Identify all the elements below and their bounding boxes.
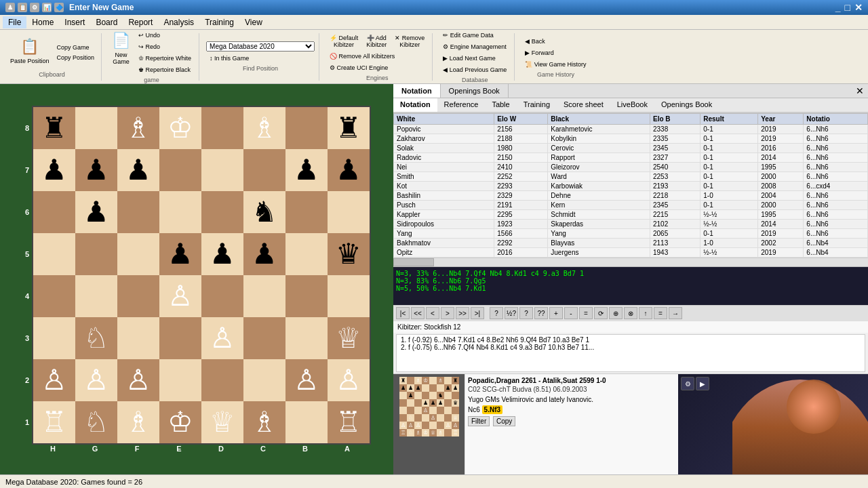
menu-board[interactable]: Board bbox=[90, 16, 123, 28]
square-b7[interactable]: ♟ bbox=[285, 149, 328, 191]
square-g7[interactable]: ♟ bbox=[75, 149, 117, 191]
inner-tab-reference[interactable]: Reference bbox=[437, 98, 486, 112]
game-row[interactable]: Kot2293Karbowiak21930-120086...cxd4 bbox=[394, 182, 868, 191]
menu-home[interactable]: Home bbox=[26, 16, 59, 28]
square-h7[interactable]: ♟ bbox=[33, 149, 75, 191]
square-f4[interactable] bbox=[117, 275, 159, 317]
edit-game-data-button[interactable]: ✏ Edit Game Data bbox=[439, 30, 510, 41]
ctrl-q3[interactable]: ? bbox=[519, 307, 533, 319]
ctrl-q4[interactable]: ?? bbox=[534, 307, 548, 319]
ctrl-end[interactable]: >| bbox=[471, 307, 484, 319]
square-c1[interactable]: ♗ bbox=[243, 401, 285, 443]
inner-tab-scoresheet[interactable]: Score sheet bbox=[557, 98, 610, 112]
menu-analysis[interactable]: Analysis bbox=[158, 16, 199, 28]
ctrl-plus2[interactable]: ⊕ bbox=[609, 307, 623, 319]
ctrl-next-all[interactable]: >> bbox=[456, 307, 469, 319]
square-g1[interactable]: ♘ bbox=[75, 401, 117, 443]
game-row[interactable]: Zakharov2188Kobylkin23350-120196...Nh6 bbox=[394, 134, 868, 144]
panel-close-button[interactable]: ✕ bbox=[852, 84, 868, 98]
back-button[interactable]: ◀ Back bbox=[521, 36, 589, 47]
square-g6[interactable]: ♟ bbox=[75, 191, 117, 233]
square-e1[interactable]: ♔ bbox=[159, 401, 201, 443]
square-f5[interactable] bbox=[117, 233, 159, 275]
square-d7[interactable] bbox=[201, 149, 243, 191]
ctrl-plus[interactable]: + bbox=[549, 307, 563, 319]
square-b1[interactable] bbox=[285, 401, 328, 443]
square-e7[interactable] bbox=[159, 149, 201, 191]
database-select[interactable]: Mega Database 2020 bbox=[206, 41, 315, 52]
square-c6[interactable]: ♞ bbox=[243, 191, 285, 233]
square-b3[interactable] bbox=[285, 317, 328, 359]
load-previous-game-button[interactable]: ◀ Load Previous Game bbox=[439, 64, 510, 75]
square-b2[interactable]: ♙ bbox=[285, 359, 328, 401]
game-row[interactable]: Popovic2156Karahmetovic23380-120196...Nh… bbox=[394, 125, 868, 134]
square-b8[interactable] bbox=[285, 107, 328, 149]
square-e3[interactable] bbox=[159, 317, 201, 359]
square-a4[interactable] bbox=[328, 275, 370, 317]
square-h6[interactable] bbox=[33, 191, 75, 233]
square-g4[interactable] bbox=[75, 275, 117, 317]
game-row[interactable]: Yang1566Yang20650-120196...Nh6 bbox=[394, 229, 868, 239]
ctrl-next[interactable]: > bbox=[441, 307, 454, 319]
remove-all-kibitzers-button[interactable]: 🚫 Remove All Kibitzers bbox=[326, 51, 428, 62]
square-a3[interactable]: ♕ bbox=[328, 317, 370, 359]
menu-file[interactable]: File bbox=[3, 16, 26, 28]
square-g8[interactable] bbox=[75, 107, 117, 149]
square-a5[interactable]: ♛ bbox=[328, 233, 370, 275]
engine-management-button[interactable]: ⚙ Engine Management bbox=[439, 41, 510, 52]
square-c5[interactable]: ♟ bbox=[243, 233, 285, 275]
square-d5[interactable]: ♟ bbox=[201, 233, 243, 275]
game-row[interactable]: Bakhmatov2292Blayvas21131-020026...Nb4 bbox=[394, 239, 868, 248]
ctrl-minus[interactable]: - bbox=[564, 307, 578, 319]
inner-tab-notation[interactable]: Notation bbox=[393, 98, 437, 112]
square-h3[interactable] bbox=[33, 317, 75, 359]
default-kibitzer-button[interactable]: ⚡ DefaultKibitzer bbox=[326, 33, 361, 50]
ctrl-prev[interactable]: < bbox=[426, 307, 439, 319]
ctrl-start[interactable]: |< bbox=[396, 307, 410, 319]
menu-training[interactable]: Training bbox=[199, 16, 239, 28]
square-e2[interactable] bbox=[159, 359, 201, 401]
redo-button[interactable]: ↪ Redo bbox=[135, 41, 195, 52]
repertoire-white-button[interactable]: ♔ Repertoire White bbox=[135, 53, 195, 64]
square-d3[interactable]: ♙ bbox=[201, 317, 243, 359]
game-row[interactable]: Solak1980Cerovic23450-120166...Nh6 bbox=[394, 144, 868, 153]
square-d8[interactable] bbox=[201, 107, 243, 149]
square-h5[interactable] bbox=[33, 233, 75, 275]
square-g2[interactable]: ♙ bbox=[75, 359, 117, 401]
game-row[interactable]: Radovic2150Rapport23270-120146...Nh6 bbox=[394, 153, 868, 163]
square-d2[interactable] bbox=[201, 359, 243, 401]
ctrl-eq[interactable]: = bbox=[579, 307, 593, 319]
remove-kibitzer-button[interactable]: ✕ RemoveKibitzer bbox=[391, 33, 428, 50]
square-e6[interactable] bbox=[159, 191, 201, 233]
square-d6[interactable] bbox=[201, 191, 243, 233]
game-row[interactable]: Kappler2295Schmidt2215½-½19956...Nh6 bbox=[394, 210, 868, 220]
square-e5[interactable]: ♟ bbox=[159, 233, 201, 275]
h-scrollbar[interactable] bbox=[393, 258, 868, 267]
square-h1[interactable]: ♖ bbox=[33, 401, 75, 443]
game-row[interactable]: Sidiropoulos1923Skaperdas2102½-½20146...… bbox=[394, 220, 868, 229]
menu-report[interactable]: Report bbox=[123, 16, 158, 28]
square-c8[interactable]: ♗ bbox=[243, 107, 285, 149]
new-game-button[interactable]: 📄 NewGame bbox=[108, 30, 134, 64]
square-b5[interactable] bbox=[285, 233, 328, 275]
repertoire-black-button[interactable]: ♚ Repertoire Black bbox=[135, 64, 195, 75]
square-a8[interactable]: ♜ bbox=[328, 107, 370, 149]
inner-tab-livebook[interactable]: LiveBook bbox=[610, 98, 654, 112]
square-g3[interactable]: ♘ bbox=[75, 317, 117, 359]
undo-button[interactable]: ↩ Undo bbox=[135, 30, 195, 41]
square-e4[interactable]: ♙ bbox=[159, 275, 201, 317]
copy-game-button[interactable]: Copy Game bbox=[54, 43, 98, 52]
notation-tab[interactable]: Notation bbox=[393, 84, 441, 98]
forward-button[interactable]: ▶ Forward bbox=[521, 47, 589, 58]
square-e8[interactable]: ♔ bbox=[159, 107, 201, 149]
square-c4[interactable] bbox=[243, 275, 285, 317]
square-b6[interactable] bbox=[285, 191, 328, 233]
ctrl-x[interactable]: ⊗ bbox=[624, 307, 637, 319]
in-this-game-button[interactable]: ↕ In this Game bbox=[206, 53, 315, 64]
square-c2[interactable] bbox=[243, 359, 285, 401]
square-d1[interactable]: ♕ bbox=[201, 401, 243, 443]
ctrl-prev-all[interactable]: << bbox=[411, 307, 425, 319]
add-kibitzer-button[interactable]: ➕ AddKibitzer bbox=[363, 33, 390, 50]
square-h2[interactable]: ♙ bbox=[33, 359, 75, 401]
ctrl-q2[interactable]: ½? bbox=[505, 307, 518, 319]
